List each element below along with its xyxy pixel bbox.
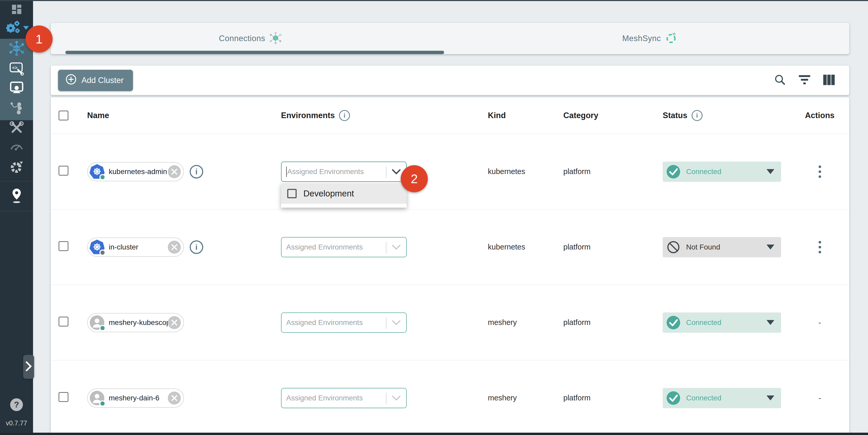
environments-dropdown-menu: Development: [281, 183, 407, 208]
sidebar-item-performance[interactable]: [0, 138, 33, 154]
connection-status-dot: [99, 400, 106, 407]
sidebar-item-dashboard[interactable]: [0, 3, 33, 17]
sidebar-item-workspaces[interactable]: [0, 81, 33, 97]
sidebar-divider: [0, 181, 33, 181]
environments-select[interactable]: Assigned Environments: [281, 161, 407, 182]
table-header-row: Name Environments i Kind Category Status…: [51, 97, 849, 134]
remove-connection-button[interactable]: [168, 316, 181, 329]
sidebar-item-environments[interactable]: [0, 100, 33, 117]
annotation-step-1-badge: 1: [26, 26, 53, 53]
select-open-button[interactable]: [386, 389, 406, 408]
environments-placeholder: Assigned Environments: [286, 394, 363, 402]
filter-button[interactable]: [798, 75, 811, 86]
chevron-down-icon: [23, 26, 29, 30]
sidebar-divider: [0, 211, 33, 211]
remove-connection-button[interactable]: [168, 392, 181, 405]
sidebar-item-extensions[interactable]: [0, 159, 33, 176]
connection-name: kubernetes-admin…: [104, 167, 168, 176]
select-all-checkbox[interactable]: [59, 111, 68, 120]
status-label: Connected: [686, 167, 721, 176]
select-open-button[interactable]: [386, 313, 406, 332]
status-caret-icon: [767, 245, 774, 249]
remove-connection-button[interactable]: [168, 241, 181, 254]
status-caret-icon: [767, 169, 774, 174]
view-columns-button[interactable]: [823, 74, 835, 86]
status-label: Connected: [686, 394, 721, 402]
connection-status-dot: [99, 249, 106, 256]
status-badge[interactable]: Connected: [663, 161, 781, 182]
text-cursor: [286, 166, 287, 177]
connections-tabs-bar: Connections MeshSync: [51, 23, 849, 54]
filter-icon: [798, 75, 811, 86]
dashboard-icon: [10, 3, 23, 17]
connection-chip[interactable]: meshery-dain-6: [87, 389, 184, 408]
crossed-wrenches-icon: [9, 121, 24, 136]
connected-check-icon: [666, 391, 681, 406]
connection-info-icon[interactable]: i: [190, 240, 203, 254]
column-header-status[interactable]: Status i: [663, 110, 798, 121]
remove-connection-button[interactable]: [168, 165, 181, 178]
status-info-icon[interactable]: i: [691, 110, 703, 121]
environments-placeholder: Assigned Environments: [286, 243, 363, 251]
tab-connections[interactable]: Connections: [51, 23, 450, 54]
environments-select[interactable]: Assigned Environments: [281, 312, 407, 333]
window-bottom-edge: [0, 433, 868, 435]
sidebar-collapse-button[interactable]: [23, 355, 34, 379]
tab-connections-label: Connections: [219, 34, 265, 43]
svg-text:<>: <>: [12, 65, 18, 70]
row-checkbox[interactable]: [59, 392, 68, 402]
column-header-kind[interactable]: Kind: [488, 111, 563, 120]
category-value: platform: [563, 243, 663, 251]
select-open-button[interactable]: [386, 238, 406, 257]
column-header-category[interactable]: Category: [563, 111, 663, 120]
connection-chip[interactable]: in-cluster: [87, 238, 184, 257]
column-header-name[interactable]: Name: [87, 111, 281, 120]
connection-name: meshery-dain-6: [104, 394, 168, 402]
table-row-meshery-kubescope: meshery-kubescop… Assigned Environments …: [51, 285, 849, 360]
row-checkbox[interactable]: [59, 166, 68, 176]
search-button[interactable]: [774, 74, 786, 87]
environment-option-development[interactable]: Development: [281, 183, 407, 204]
add-cluster-button[interactable]: Add Cluster: [58, 70, 133, 91]
view-columns-icon: [823, 74, 835, 86]
environments-select[interactable]: Assigned Environments: [281, 237, 407, 257]
environments-placeholder: Assigned Environments: [287, 167, 364, 176]
kubernetes-icon: [90, 164, 104, 179]
chevron-right-icon: [25, 361, 32, 373]
kind-value: kubernetes: [488, 243, 563, 251]
option-checkbox[interactable]: [287, 189, 297, 198]
status-label: Not Found: [686, 243, 720, 251]
meshery-avatar-icon: [90, 315, 104, 330]
sidebar-item-configuration[interactable]: [0, 120, 33, 137]
row-actions-menu-button[interactable]: [816, 238, 824, 256]
connections-table: Name Environments i Kind Category Status…: [51, 97, 849, 435]
connection-chip[interactable]: kubernetes-admin…: [87, 162, 184, 181]
connection-info-icon[interactable]: i: [190, 165, 203, 179]
status-badge[interactable]: Not Found: [663, 237, 781, 257]
tab-meshsync[interactable]: MeshSync: [450, 23, 849, 54]
no-actions-placeholder: -: [818, 318, 821, 327]
column-header-environments[interactable]: Environments i: [281, 110, 488, 121]
not-found-icon: [666, 240, 681, 255]
help-button[interactable]: ?: [10, 398, 23, 411]
row-actions-menu-button[interactable]: [816, 163, 824, 181]
status-caret-icon: [767, 396, 774, 400]
connection-chip[interactable]: meshery-kubescop…: [87, 313, 184, 332]
status-badge[interactable]: Connected: [663, 388, 781, 408]
status-caret-icon: [767, 320, 774, 325]
category-value: platform: [563, 318, 663, 327]
window-top-edge: [0, 0, 868, 1]
row-checkbox[interactable]: [59, 241, 68, 251]
kind-value: kubernetes: [488, 167, 563, 176]
status-badge[interactable]: Connected: [663, 312, 781, 333]
sidebar: <>: [0, 0, 33, 435]
add-cluster-label: Add Cluster: [82, 76, 124, 85]
environments-placeholder: Assigned Environments: [286, 318, 363, 327]
annotation-step-2-badge: 2: [401, 165, 428, 192]
environments-info-icon[interactable]: i: [339, 110, 350, 121]
sidebar-item-adapters[interactable]: <>: [0, 61, 33, 77]
row-checkbox[interactable]: [59, 317, 68, 327]
environments-select[interactable]: Assigned Environments: [281, 388, 407, 408]
location-pin-icon: [10, 188, 23, 205]
sidebar-item-catalog[interactable]: [0, 187, 33, 206]
